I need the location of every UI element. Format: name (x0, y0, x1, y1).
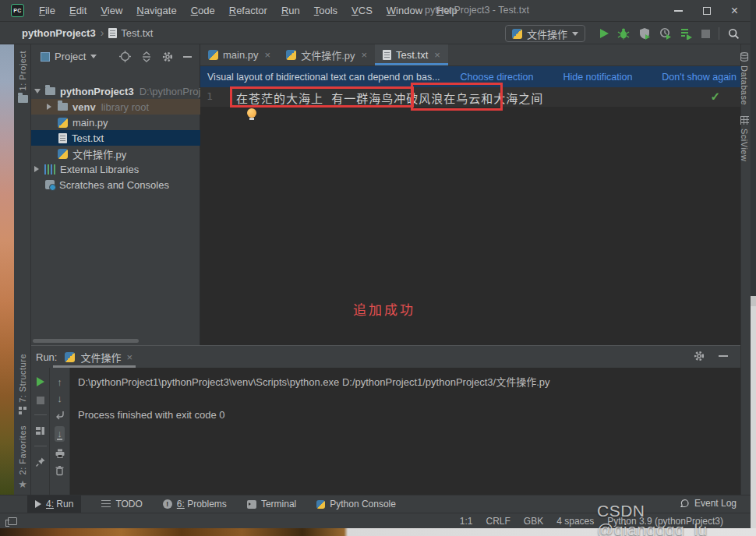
soft-wrap-icon[interactable] (55, 410, 65, 420)
menu-vcs[interactable]: VCS (344, 2, 380, 19)
scroll-to-end-button[interactable]: ↓ (55, 426, 65, 442)
tree-row-file-ops-py[interactable]: 文件操作.py (31, 146, 200, 161)
tree-row-scratches[interactable]: Scratches and Consoles (31, 177, 200, 192)
rerun-button[interactable] (37, 377, 44, 386)
hide-panel-icon[interactable] (183, 56, 192, 58)
terminal-icon (247, 500, 256, 509)
pycharm-logo-icon: PC (11, 4, 24, 17)
tree-row-external-libraries[interactable]: External Libraries (31, 161, 200, 177)
menu-file[interactable]: File (32, 2, 62, 19)
run-button[interactable] (600, 29, 609, 38)
menu-navigate[interactable]: Navigate (129, 2, 183, 19)
minimize-button[interactable] (674, 10, 683, 12)
indent-style[interactable]: 4 spaces (556, 516, 594, 527)
title-bar: PC File Edit View Navigate Code Refactor… (0, 0, 751, 22)
menu-refactor[interactable]: Refactor (222, 2, 274, 19)
console-blank-line (78, 390, 740, 407)
close-button[interactable]: × (731, 7, 738, 15)
run-with-options-button[interactable] (680, 27, 693, 40)
close-tab-icon[interactable]: × (434, 49, 440, 61)
toolwindow-run[interactable]: 4: Run (27, 495, 81, 513)
chevron-collapsed-icon[interactable] (47, 104, 51, 110)
right-tool-stripe: Database SciView (740, 44, 751, 495)
pin-icon[interactable] (35, 457, 46, 467)
next-occurrence-icon[interactable]: ↓ (57, 393, 62, 404)
tool-stripe-database[interactable]: Database (740, 52, 749, 105)
hide-notification-link[interactable]: Hide notification (563, 72, 632, 83)
tree-row-main-py[interactable]: main.py (31, 115, 200, 130)
python-icon (316, 500, 325, 509)
file-encoding[interactable]: GBK (524, 516, 543, 527)
debug-button[interactable] (617, 27, 630, 40)
tool-stripe-structure[interactable]: 7: Structure (18, 354, 27, 414)
tree-row-test-txt[interactable]: Test.txt (31, 130, 200, 146)
menu-tools[interactable]: Tools (307, 2, 344, 19)
menu-window[interactable]: Window (380, 2, 429, 19)
tool-stripe-favorites[interactable]: 2: Favorites ★ (18, 425, 27, 490)
close-tab-icon[interactable]: × (126, 351, 132, 363)
print-icon[interactable] (55, 448, 65, 459)
chevron-expanded-icon[interactable] (34, 89, 41, 93)
tree-row-root[interactable]: pythonProject3 D:\pythonProje (31, 83, 200, 99)
toolwindow-python-console[interactable]: Python Console (316, 495, 396, 513)
run-configuration-select[interactable]: 文件操作 (505, 25, 585, 42)
profiler-button[interactable] (659, 27, 672, 40)
tree-label: venv (72, 101, 96, 113)
intention-bulb-icon[interactable] (247, 108, 256, 118)
clear-all-icon[interactable] (55, 465, 65, 476)
run-tab-file-ops[interactable]: 文件操作 × (65, 350, 132, 365)
toolwindow-todo[interactable]: TODO (101, 495, 142, 513)
editor-body[interactable]: 1 在苍茫的大海上 有一群海鸟冲破风浪在乌云和大海之间 ✓ 追加成功 (200, 87, 740, 345)
tool-stripe-sciview[interactable]: SciView (740, 116, 749, 161)
left-tool-stripe: 1: Project 7: Structure 2: Favorites ★ (14, 44, 31, 495)
tab-file-ops-py[interactable]: 文件操作.py × (278, 44, 375, 65)
gear-icon[interactable] (162, 51, 173, 62)
hide-panel-icon[interactable] (719, 355, 728, 357)
caret-position[interactable]: 1:1 (460, 516, 473, 527)
tab-main-py[interactable]: main.py × (200, 44, 278, 65)
line-separator[interactable]: CRLF (486, 516, 510, 527)
maximize-button[interactable] (703, 7, 711, 15)
collapse-all-icon[interactable] (141, 51, 152, 62)
close-tab-icon[interactable]: × (361, 49, 367, 61)
toolbar-divider (34, 446, 47, 446)
python-file-icon (58, 149, 68, 159)
console-line: D:\pythonProject1\pythonProject3\venv\Sc… (78, 374, 740, 390)
folder-icon (45, 87, 55, 95)
search-everywhere-icon[interactable] (728, 28, 740, 40)
prev-occurrence-icon[interactable]: ↑ (57, 377, 62, 387)
breadcrumb-file[interactable]: Test.txt (121, 27, 153, 39)
toolwindow-switcher-icon[interactable] (8, 517, 17, 525)
menu-view[interactable]: View (94, 2, 129, 19)
python-icon (512, 29, 522, 39)
choose-direction-link[interactable]: Choose direction (461, 72, 534, 83)
stop-button[interactable] (701, 30, 710, 38)
restore-layout-icon[interactable] (35, 425, 45, 436)
tree-label: Scratches and Consoles (59, 179, 169, 191)
run-with-coverage-button[interactable] (638, 27, 651, 40)
tool-stripe-project[interactable]: 1: Project (14, 51, 31, 103)
line-number: 1 (207, 90, 213, 102)
breadcrumb-project[interactable]: pythonProject3 (22, 27, 96, 39)
run-console[interactable]: D:\pythonProject1\pythonProject3\venv\Sc… (70, 368, 740, 495)
chevron-down-icon[interactable] (90, 55, 97, 58)
tab-test-txt[interactable]: Test.txt × (375, 44, 448, 65)
menu-code[interactable]: Code (184, 2, 222, 19)
tree-label: Test.txt (72, 132, 104, 144)
tree-label: main.py (72, 117, 108, 129)
project-tree: pythonProject3 D:\pythonProje venv libra… (31, 83, 200, 192)
locate-file-icon[interactable] (119, 51, 131, 62)
toolwindow-problems[interactable]: 6: Problems (163, 495, 227, 513)
project-panel-title[interactable]: Project (55, 51, 86, 62)
chevron-collapsed-icon[interactable] (34, 166, 39, 172)
dont-show-again-link[interactable]: Don't show again (662, 72, 737, 83)
close-tab-icon[interactable]: × (265, 49, 271, 61)
toolwindow-terminal[interactable]: Terminal (247, 495, 296, 513)
menu-run[interactable]: Run (274, 2, 307, 19)
menu-edit[interactable]: Edit (62, 2, 94, 19)
stop-button[interactable] (37, 397, 44, 404)
run-tool-window: Run: 文件操作 × (31, 345, 740, 495)
tree-row-venv[interactable]: venv library root (31, 99, 200, 115)
gear-icon[interactable] (694, 351, 705, 361)
horizontal-scrollbar[interactable] (33, 339, 139, 343)
